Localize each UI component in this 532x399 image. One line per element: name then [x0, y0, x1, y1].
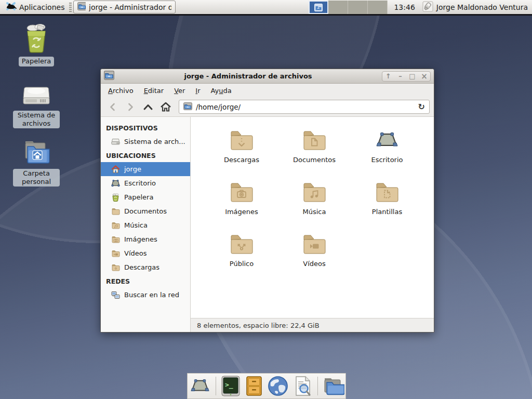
- sidebar-item-descargas[interactable]: Descargas: [101, 260, 190, 274]
- up-button[interactable]: [140, 100, 156, 114]
- file-label: Documentos: [293, 156, 336, 164]
- workspace-4[interactable]: [368, 1, 388, 14]
- user-session-button[interactable]: Jorge Maldonado Ventura: [420, 1, 530, 14]
- search-document-icon[interactable]: [293, 376, 313, 396]
- file-manager-window-icon: [77, 2, 86, 12]
- folder-public-icon: [229, 233, 254, 257]
- desktop-icon-label: Sistema de archivos: [13, 111, 60, 128]
- side-pane: DISPOSITIVOS Sistema de arch... UBICACIO…: [101, 117, 191, 332]
- sidebar-item-label: Imágenes: [124, 235, 157, 243]
- sidebar-item-videos[interactable]: Vídeos: [101, 246, 190, 260]
- minimize-button[interactable]: –: [394, 72, 406, 81]
- home-folder-icon: [22, 139, 50, 167]
- sidebar-header-devices: DISPOSITIVOS: [101, 121, 190, 135]
- home-button[interactable]: [158, 100, 174, 114]
- dock-separator: [216, 377, 216, 395]
- sidebar-item-label: Vídeos: [124, 249, 147, 257]
- menu-ir[interactable]: Ir: [190, 85, 205, 96]
- folder-icon: [111, 208, 120, 215]
- workspace-3[interactable]: [348, 1, 368, 14]
- hard-drive-icon: [23, 84, 50, 109]
- desktop: Aplicaciones jorge - Administrador de...: [0, 0, 532, 399]
- dock-separator: [317, 377, 318, 395]
- refresh-icon[interactable]: ↻: [418, 102, 425, 112]
- file-view[interactable]: Descargas: [191, 117, 434, 318]
- titlebar[interactable]: jorge - Administrador de archivos ↑ – □ …: [101, 69, 434, 84]
- folder-music-icon: [302, 181, 327, 205]
- forward-button[interactable]: [123, 100, 138, 114]
- desktop-icon-home[interactable]: Carpeta personal: [11, 139, 61, 187]
- file-manager-icon[interactable]: [323, 376, 344, 396]
- file-label: Imágenes: [225, 208, 258, 216]
- user-name-label: Jorge Maldonado Ventura: [436, 3, 528, 11]
- sidebar-item-escritorio[interactable]: Escritorio: [101, 176, 190, 190]
- window-app-icon: [104, 71, 114, 82]
- path-text[interactable]: /home/jorge/: [196, 103, 415, 111]
- file-cabinet-icon[interactable]: [245, 376, 263, 396]
- sidebar-item-label: Música: [124, 221, 148, 229]
- sidebar-item-label: Buscar en la red: [124, 291, 179, 299]
- menubar: Archivo Editar Ver Ir Ayuda: [101, 84, 434, 97]
- workspace-1[interactable]: [309, 1, 328, 14]
- sidebar-item-buscar-red[interactable]: Buscar en la red: [101, 288, 190, 302]
- taskbar-window-button[interactable]: jorge - Administrador de...: [73, 1, 176, 14]
- sidebar-item-musica[interactable]: Música: [101, 218, 190, 232]
- close-button[interactable]: ×: [418, 72, 430, 81]
- file-label: Música: [303, 208, 326, 216]
- menu-editar[interactable]: Editar: [139, 85, 169, 96]
- file-item-imagenes[interactable]: Imágenes: [205, 178, 278, 230]
- sidebar-item-label: Descargas: [124, 263, 159, 271]
- desktop-icon-label: Papelera: [19, 57, 54, 66]
- file-item-descargas[interactable]: Descargas: [205, 126, 278, 178]
- folder-documents-icon: [302, 129, 327, 153]
- sidebar-item-documentos[interactable]: Documentos: [101, 204, 190, 218]
- file-item-musica[interactable]: Música: [278, 178, 351, 230]
- desktop-icon-filesystem[interactable]: Sistema de archivos: [11, 84, 61, 128]
- sidebar-item-papelera[interactable]: Papelera: [101, 190, 190, 204]
- path-bar[interactable]: /home/jorge/ ↻: [179, 100, 430, 114]
- maximize-button[interactable]: □: [406, 72, 418, 81]
- toolbar: /home/jorge/ ↻: [101, 97, 434, 117]
- folder-templates-icon: [375, 181, 400, 205]
- file-item-documentos[interactable]: Documentos: [278, 126, 351, 178]
- workspace-window-mini-icon: [314, 4, 323, 13]
- sidebar-item-label: Documentos: [124, 207, 167, 215]
- file-item-videos[interactable]: Vídeos: [278, 230, 351, 282]
- show-desktop-icon[interactable]: [189, 377, 211, 395]
- file-item-plantillas[interactable]: Plantillas: [351, 178, 423, 230]
- applications-menu-button[interactable]: Aplicaciones: [2, 1, 68, 14]
- menu-archivo[interactable]: Archivo: [103, 85, 139, 96]
- file-item-escritorio[interactable]: Escritorio: [351, 126, 423, 178]
- taskbar-window-label: jorge - Administrador de...: [89, 3, 171, 11]
- session-action-icon: [422, 1, 433, 14]
- network-icon: [111, 291, 120, 299]
- panel-grip: [69, 3, 72, 12]
- statusbar-text: 8 elementos, espacio libre: 22,4 GiB: [197, 322, 320, 329]
- web-browser-icon[interactable]: [268, 376, 288, 396]
- menu-ver[interactable]: Ver: [169, 85, 190, 96]
- file-label: Escritorio: [371, 156, 403, 164]
- workspace-switcher: [309, 1, 388, 14]
- window-controls: ↑ – □ ×: [382, 71, 431, 82]
- folder-icon: [111, 250, 120, 257]
- sidebar-item-label: Sistema de arch...: [124, 138, 185, 145]
- panel-clock[interactable]: 13:46: [394, 3, 415, 11]
- bottom-dock: >_: [187, 373, 346, 399]
- shade-button[interactable]: ↑: [382, 72, 394, 81]
- workspace-2[interactable]: [328, 1, 348, 14]
- trash-full-icon: [22, 23, 50, 55]
- terminal-icon[interactable]: >_: [221, 376, 241, 396]
- desktop-icon-label: Carpeta personal: [13, 169, 60, 187]
- sidebar-header-network: REDES: [101, 274, 190, 288]
- window-title: jorge - Administrador de archivos: [114, 72, 382, 80]
- file-item-publico[interactable]: Público: [205, 230, 278, 282]
- sidebar-item-imagenes[interactable]: Imágenes: [101, 232, 190, 246]
- back-button[interactable]: [105, 100, 121, 114]
- sidebar-item-filesystem[interactable]: Sistema de arch...: [101, 135, 190, 149]
- sidebar-item-label: Papelera: [124, 193, 153, 201]
- desktop-icon-trash[interactable]: Papelera: [11, 23, 61, 66]
- folder-download-icon: [229, 129, 254, 153]
- sidebar-item-jorge[interactable]: jorge: [101, 162, 190, 176]
- file-label: Descargas: [224, 156, 259, 164]
- menu-ayuda[interactable]: Ayuda: [206, 85, 237, 96]
